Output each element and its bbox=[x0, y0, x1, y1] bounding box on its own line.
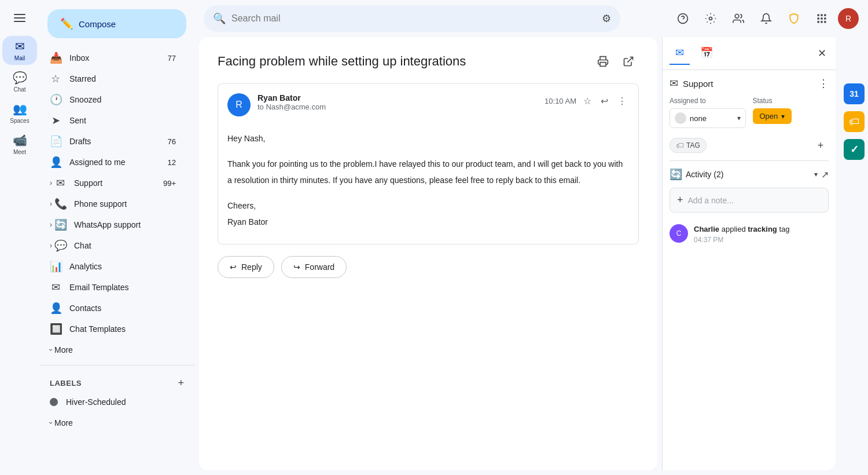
sidebar-item-email-templates[interactable]: ✉ Email Templates bbox=[39, 277, 185, 298]
email-signature: Ryan Bator bbox=[227, 214, 629, 230]
sidebar-item-snoozed[interactable]: 🕐 Snoozed bbox=[39, 89, 185, 110]
shield-icon[interactable] bbox=[782, 7, 806, 30]
add-note-placeholder: Add a note... bbox=[688, 196, 734, 205]
panel-tab-calendar-icon: 📅 bbox=[700, 46, 713, 59]
panel-close-button[interactable]: ✕ bbox=[815, 45, 829, 62]
panel-tab-calendar[interactable]: 📅 bbox=[694, 42, 719, 65]
svg-rect-9 bbox=[824, 17, 826, 19]
status-label: Status bbox=[753, 97, 829, 105]
sender-info: Ryan Bator to Nash@acme.com bbox=[258, 93, 540, 111]
forward-label: Forward bbox=[305, 262, 334, 272]
assigned-to-label: Assigned to bbox=[670, 97, 746, 105]
meet-icon: 📹 bbox=[13, 133, 27, 147]
forward-button[interactable]: ↪ Forward bbox=[281, 256, 347, 278]
mail-icon: ✉ bbox=[15, 39, 25, 53]
nav-item-mail[interactable]: ✉ Mail bbox=[2, 36, 37, 65]
sidebar-label-snoozed: Snoozed bbox=[69, 95, 176, 104]
nav-label-meet: Meet bbox=[13, 149, 26, 155]
add-label-button[interactable]: + bbox=[178, 377, 184, 389]
check-icon: ✓ bbox=[850, 143, 859, 156]
sidebar-label-assigned: Assigned to me bbox=[69, 158, 168, 167]
nav-item-meet[interactable]: 📹 Meet bbox=[2, 130, 37, 159]
add-note-area[interactable]: + Add a note... bbox=[670, 188, 829, 213]
email-subject: Facing problem while setting up integrat… bbox=[218, 54, 593, 69]
sidebar-item-hiver-scheduled[interactable]: Hiver-Scheduled bbox=[39, 392, 185, 412]
sidebar-item-contacts[interactable]: 👤 Contacts bbox=[39, 298, 185, 319]
help-icon[interactable] bbox=[671, 7, 694, 30]
nav-label-spaces: Spaces bbox=[10, 118, 29, 124]
labels-header: LABELS + bbox=[39, 375, 194, 392]
label-dot-hiver bbox=[50, 398, 58, 406]
sidebar-item-starred[interactable]: ☆ Starred bbox=[39, 68, 185, 89]
star-icon[interactable]: ☆ bbox=[581, 93, 594, 109]
nav-item-spaces[interactable]: 👥 Spaces bbox=[2, 98, 37, 127]
apps-icon[interactable] bbox=[810, 7, 833, 30]
search-box[interactable]: 🔍 ⚙ bbox=[204, 5, 620, 32]
svg-rect-8 bbox=[821, 17, 822, 19]
status-value: Open bbox=[760, 112, 778, 120]
filter-icon[interactable]: ⚙ bbox=[602, 12, 611, 25]
sidebar-label-support: Support bbox=[74, 178, 163, 188]
activity-external-icon[interactable]: ↗ bbox=[821, 169, 829, 180]
search-input[interactable] bbox=[231, 13, 596, 24]
hiver-tag-icon[interactable]: 🏷 bbox=[844, 111, 865, 132]
compose-button[interactable]: ✏️ Compose bbox=[47, 9, 186, 38]
svg-rect-4 bbox=[818, 14, 819, 16]
activity-chevron-icon: ▾ bbox=[814, 170, 818, 178]
notifications-icon[interactable] bbox=[755, 7, 778, 30]
svg-rect-7 bbox=[818, 17, 819, 19]
status-col: Status Open ▾ bbox=[753, 97, 829, 124]
sidebar-item-labels-more[interactable]: › More bbox=[39, 412, 185, 433]
nav-label-chat: Chat bbox=[13, 86, 25, 93]
reply-icon[interactable]: ↩ bbox=[598, 93, 610, 109]
email-subject-bar: Facing problem while setting up integrat… bbox=[218, 51, 639, 72]
email-actions: ↩ Reply ↪ Forward bbox=[218, 256, 639, 278]
assigned-to-name: none bbox=[690, 114, 707, 123]
sidebar-item-analytics[interactable]: 📊 Analytics bbox=[39, 256, 185, 277]
assigned-to-col: Assigned to none ▾ bbox=[670, 97, 746, 128]
sidebar-item-whatsapp[interactable]: › 🔄 WhatsApp support bbox=[39, 214, 185, 235]
sidebar-item-drafts[interactable]: 📄 Drafts 76 bbox=[39, 131, 185, 152]
sender-name: Ryan Bator bbox=[258, 93, 540, 103]
more-icon[interactable]: ⋮ bbox=[615, 93, 629, 109]
svg-point-2 bbox=[709, 17, 712, 20]
user-avatar[interactable]: R bbox=[838, 8, 859, 29]
panel-tab-hiver[interactable]: ✉ bbox=[670, 42, 690, 65]
snoozed-icon: 🕐 bbox=[50, 93, 61, 106]
phone-icon: 📞 bbox=[54, 198, 66, 210]
status-button[interactable]: Open ▾ bbox=[753, 108, 792, 124]
email-greeting: Hey Nash, bbox=[227, 130, 629, 147]
tag-area: 🏷 TAG + bbox=[670, 137, 829, 154]
sidebar-item-more[interactable]: › More bbox=[39, 339, 185, 360]
calendar-badge-icon[interactable]: 31 bbox=[844, 83, 865, 104]
status-dropdown-icon: ▾ bbox=[781, 112, 785, 120]
open-external-icon[interactable] bbox=[618, 51, 639, 72]
nav-label-mail: Mail bbox=[14, 55, 25, 61]
nav-item-chat[interactable]: 💬 Chat bbox=[2, 67, 37, 96]
email-paragraph: Thank you for pointing us to the problem… bbox=[227, 156, 629, 188]
activity-icon: 🔄 bbox=[670, 168, 682, 181]
calendar-date-icon: 31 bbox=[849, 89, 859, 98]
panel-menu-icon[interactable]: ⋮ bbox=[818, 77, 829, 90]
hamburger-menu[interactable] bbox=[8, 6, 31, 30]
sidebar-item-phone[interactable]: › 📞 Phone support bbox=[39, 193, 185, 214]
sidebar-item-chat-menu[interactable]: › 💬 Chat bbox=[39, 235, 185, 256]
sidebar-item-support[interactable]: › ✉ Support 99+ bbox=[39, 173, 185, 193]
avatar-initial: R bbox=[845, 14, 851, 23]
contacts-top-icon[interactable] bbox=[727, 7, 750, 30]
reply-icon-btn: ↩ bbox=[230, 262, 237, 272]
assigned-to-value[interactable]: none ▾ bbox=[670, 108, 746, 128]
sidebar-item-inbox[interactable]: 📥 Inbox 77 bbox=[39, 48, 185, 68]
settings-icon[interactable] bbox=[699, 7, 722, 30]
forward-icon: ↪ bbox=[293, 262, 300, 272]
sidebar-item-sent[interactable]: ➤ Sent bbox=[39, 110, 185, 131]
sidebar-item-chat-templates[interactable]: 🔲 Chat Templates bbox=[39, 319, 185, 339]
check-badge-icon[interactable]: ✓ bbox=[844, 139, 865, 160]
sidebar: ✏️ Compose 📥 Inbox 77 ☆ Starred 🕐 Snooze… bbox=[39, 0, 194, 475]
sidebar-item-assigned[interactable]: 👤 Assigned to me 12 bbox=[39, 152, 185, 173]
reply-button[interactable]: ↩ Reply bbox=[218, 256, 274, 278]
whatsapp-icon: 🔄 bbox=[54, 218, 66, 231]
svg-rect-13 bbox=[600, 63, 606, 67]
add-tag-button[interactable]: + bbox=[812, 137, 829, 154]
print-icon[interactable] bbox=[593, 51, 613, 72]
